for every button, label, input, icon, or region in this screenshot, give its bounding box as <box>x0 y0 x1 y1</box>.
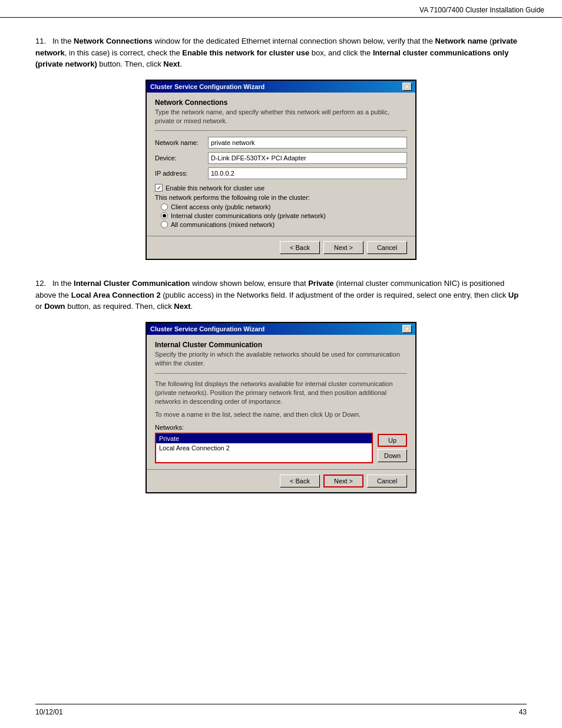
dialog-1-titlebar-buttons: × <box>402 83 412 91</box>
dialog-2-divider <box>155 373 407 374</box>
dialog-2-up-btn[interactable]: Up <box>378 434 407 447</box>
dialog-2-section-title: Internal Cluster Communication <box>155 341 407 349</box>
dialog-1-radio-label-0: Client access only (public network) <box>171 203 270 210</box>
step-12: 12. In the Internal Cluster Communicatio… <box>35 278 527 493</box>
dialog-1-radio-group: Client access only (public network) Inte… <box>161 203 407 228</box>
dialog-2-networks-list-wrap: Private Local Area Connection 2 <box>155 433 373 463</box>
dialog-2-titlebar-buttons: × <box>402 325 412 333</box>
dialog-1-radio-0: Client access only (public network) <box>161 203 407 210</box>
dialog-1-radio-btn-0[interactable] <box>161 203 168 210</box>
dialog-1-radio-btn-1[interactable] <box>161 212 168 219</box>
dialog-1-field-device: Device: <box>155 152 407 164</box>
dialog-1-field-ip: IP address: <box>155 167 407 179</box>
dialog-1-cancel-btn[interactable]: Cancel <box>367 241 407 254</box>
page-content: 11. In the Network Connections window fo… <box>0 18 562 529</box>
dialog-1-checkbox[interactable]: ✓ <box>155 184 163 192</box>
page-header: VA 7100/7400 Cluster Installation Guide <box>0 0 562 18</box>
dialog-1-radio-1: Internal cluster communications only (pr… <box>161 212 407 219</box>
dialog-1-label-ip: IP address: <box>155 170 208 177</box>
dialog-1-section-title: Network Connections <box>155 98 407 107</box>
step-12-text: 12. In the Internal Cluster Communicatio… <box>35 278 527 312</box>
dialog-2-networks-label: Networks: <box>155 424 407 431</box>
dialog-1-back-btn[interactable]: < Back <box>280 241 320 254</box>
dialog-1-radio-2: All communications (mixed network) <box>161 221 407 228</box>
dialog-2-close-btn[interactable]: × <box>402 325 412 333</box>
dialog-1-radio-btn-2[interactable] <box>161 221 168 228</box>
dialog-2-networks-row: Private Local Area Connection 2 Up Down <box>155 433 407 463</box>
dialog-1-close-btn[interactable]: × <box>402 83 412 91</box>
networks-highlight-border: Private Local Area Connection 2 <box>155 433 373 463</box>
dialog-2-updown: Up Down <box>378 433 407 463</box>
dialog-2-footer: < Back Next > Cancel <box>147 469 415 492</box>
dialog-1-input-device[interactable] <box>208 152 407 164</box>
page-footer: 10/12/01 43 <box>35 704 527 716</box>
dialog-1-field-networkname: Network name: <box>155 137 407 149</box>
dialog-2-title: Cluster Service Configuration Wizard <box>150 325 265 332</box>
dialog-2-down-btn[interactable]: Down <box>378 449 407 462</box>
dialog-1-label-networkname: Network name: <box>155 139 208 146</box>
dialog-1-next-btn[interactable]: Next > <box>323 241 363 254</box>
step-12-number: 12. <box>35 279 46 288</box>
step-11-number: 11. <box>35 37 46 45</box>
dialog-1-checkbox-row: ✓ Enable this network for cluster use <box>155 184 407 192</box>
network-item-lac2[interactable]: Local Area Connection 2 <box>156 443 372 453</box>
dialog-1-section-desc: Type the network name, and specify wheth… <box>155 108 407 126</box>
dialog-1-input-ip[interactable] <box>208 167 407 179</box>
dialog-1-radio-label-1: Internal cluster communications only (pr… <box>171 212 326 219</box>
dialog-1: Cluster Service Configuration Wizard × N… <box>146 80 416 261</box>
header-title: VA 7100/7400 Cluster Installation Guide <box>419 6 544 14</box>
step-11-text: 11. In the Network Connections window fo… <box>35 35 527 70</box>
dialog-2-next-btn[interactable]: Next > <box>323 475 363 487</box>
dialog-2-back-btn[interactable]: < Back <box>280 475 320 487</box>
step-11: 11. In the Network Connections window fo… <box>35 35 527 260</box>
dialog-2-desc2: The following list displays the networks… <box>155 380 407 407</box>
dialog-1-checkbox-label: Enable this network for cluster use <box>166 185 265 192</box>
dialog-1-body: Network Connections Type the network nam… <box>147 93 415 236</box>
dialog-2: Cluster Service Configuration Wizard × I… <box>146 322 416 493</box>
dialog-1-radio-label-2: All communications (mixed network) <box>171 221 275 228</box>
dialog-2-networks-list[interactable]: Private Local Area Connection 2 <box>156 434 372 462</box>
dialog-2-body: Internal Cluster Communication Specify t… <box>147 335 415 469</box>
dialog-2-titlebar: Cluster Service Configuration Wizard × <box>147 323 415 335</box>
dialog-1-footer: < Back Next > Cancel <box>147 236 415 259</box>
dialog-1-input-networkname[interactable] <box>208 137 407 149</box>
dialog-2-desc1: Specify the priority in which the availa… <box>155 350 407 368</box>
dialog-1-titlebar: Cluster Service Configuration Wizard × <box>147 81 415 93</box>
dialog-1-role-label: This network performs the following role… <box>155 194 407 201</box>
dialog-1-label-device: Device: <box>155 154 208 162</box>
network-item-private[interactable]: Private <box>156 434 372 443</box>
footer-date: 10/12/01 <box>35 708 63 716</box>
dialog-2-cancel-btn[interactable]: Cancel <box>367 475 407 487</box>
dialog-1-title: Cluster Service Configuration Wizard <box>150 83 265 90</box>
dialog-1-divider <box>155 130 407 131</box>
footer-page: 43 <box>519 708 527 716</box>
dialog-2-desc3: To move a name in the list, select the n… <box>155 410 407 419</box>
